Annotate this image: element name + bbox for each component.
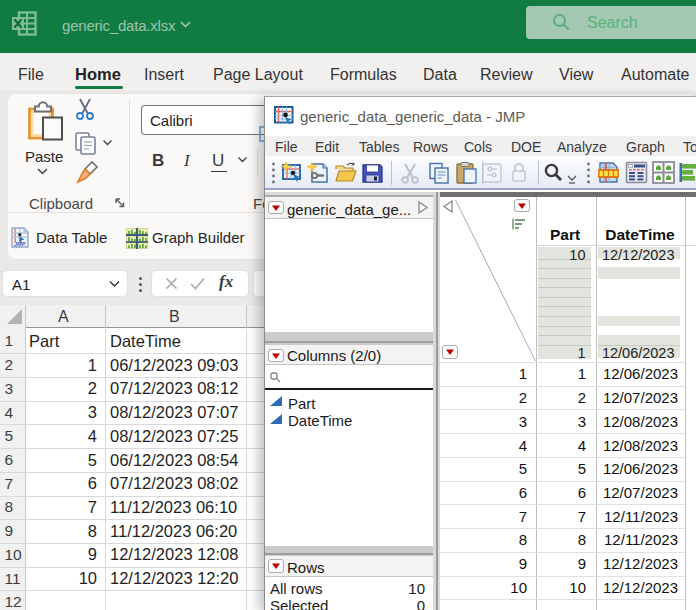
svg-text:JMP: JMP [14, 241, 26, 247]
